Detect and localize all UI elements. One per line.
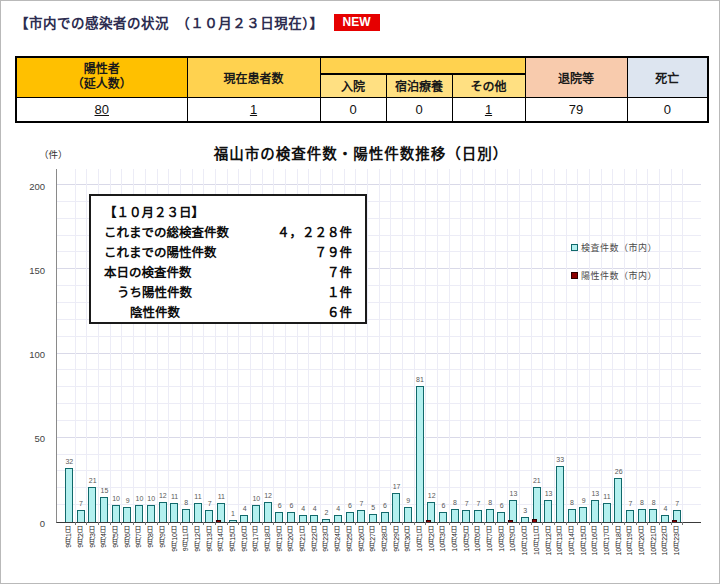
x-axis-date-label: 9月14日: [216, 526, 226, 552]
x-axis-date-label: 10月11日: [532, 526, 542, 555]
chart-bar-slot: 3310月13日: [555, 169, 567, 522]
legend-tests-label: 検査件数（市内）: [581, 241, 657, 254]
chart-bar-slot: 810月4日: [450, 169, 462, 522]
cell-positive-total: 80: [16, 97, 187, 122]
x-axis-date-label: 9月13日: [205, 526, 215, 552]
bar-value-label: 11: [218, 493, 225, 500]
positive-count-bar: [532, 519, 537, 522]
x-axis-date-label: 10月14日: [567, 526, 577, 556]
bar-value-label: 81: [416, 376, 424, 383]
test-count-bar: [357, 510, 365, 522]
test-count-bar: [439, 512, 447, 522]
header-deaths: 死亡: [627, 57, 708, 97]
test-count-bar: [369, 514, 377, 522]
bar-value-label: 10: [252, 495, 260, 502]
bar-value-label: 8: [652, 499, 656, 506]
test-count-bar: [112, 505, 120, 522]
bar-value-label: 6: [348, 502, 352, 509]
bar-value-label: 8: [184, 499, 188, 506]
test-count-bar: [533, 487, 541, 522]
bar-value-label: 10: [112, 495, 120, 502]
tests-swatch-icon: [571, 244, 578, 251]
test-count-bar: [170, 503, 178, 522]
test-count-bar: [579, 507, 587, 522]
chart-bar-slot: 8110月1日: [415, 169, 427, 522]
header-positive-line1: 陽性者: [17, 62, 187, 77]
positive-total-link[interactable]: 80: [95, 102, 109, 117]
y-axis-tick-label: 150: [29, 266, 45, 276]
bar-value-label: 10: [136, 495, 144, 502]
header-discharged: 退院等: [525, 57, 627, 97]
bar-value-label: 21: [89, 477, 97, 484]
chart-bar-slot: 310月10日: [520, 169, 532, 522]
x-axis-date-label: 9月19日: [275, 526, 285, 552]
x-axis-date-label: 9月28日: [380, 526, 390, 552]
test-count-bar: [310, 515, 318, 522]
current-patients-link[interactable]: 1: [250, 102, 257, 117]
bar-value-label: 21: [533, 477, 541, 484]
test-count-bar: [182, 509, 190, 522]
test-count-bar: [229, 520, 237, 522]
positive-count-bar: [426, 520, 431, 523]
test-count-bar: [603, 503, 611, 522]
legend-positive: 陽性件数（市内）: [571, 269, 657, 282]
bar-value-label: 11: [194, 493, 201, 500]
x-axis-date-label: 10月3日: [438, 526, 448, 552]
cell-other: 1: [452, 97, 525, 122]
test-count-bar: [591, 500, 599, 522]
chart-bar-slot: 810月20日: [637, 169, 649, 522]
test-count-bar: [638, 509, 646, 522]
test-count-bar: [147, 505, 155, 522]
test-count-bar: [100, 497, 108, 522]
x-axis-date-label: 9月5日: [111, 526, 121, 548]
bar-value-label: 4: [663, 505, 667, 512]
x-axis-date-label: 10月20日: [637, 526, 647, 556]
chart-bar-slot: 810月7日: [485, 169, 497, 522]
chart-bar-slot: 69月28日: [380, 169, 392, 522]
chart-bar-slot: 910月15日: [578, 169, 590, 522]
chart-bar-slot: 610月8日: [496, 169, 508, 522]
x-axis-date-label: 10月21日: [649, 526, 659, 556]
bar-value-label: 13: [591, 490, 599, 497]
bar-value-label: 7: [208, 500, 212, 507]
y-axis-tick-label: 200: [29, 182, 45, 192]
cell-hospitalized: 0: [320, 97, 386, 122]
test-count-bar: [486, 509, 494, 522]
test-count-bar: [264, 502, 272, 522]
legend-positive-label: 陽性件数（市内）: [581, 269, 657, 282]
test-count-bar: [404, 507, 412, 522]
chart-bar-slot: 179月29日: [391, 169, 403, 522]
x-axis-date-label: 10月19日: [625, 526, 635, 556]
chart-bar-slot: 329月1日: [64, 169, 76, 522]
test-count-bar: [649, 509, 657, 522]
y-axis-tick-label: 50: [34, 434, 45, 444]
x-axis-date-label: 9月9日: [158, 526, 168, 548]
bar-value-label: 4: [313, 505, 317, 512]
chart-bar-slot: 2610月18日: [613, 169, 625, 522]
info-row-today-negative: 陰性件数 ６件: [104, 303, 352, 323]
x-axis-date-label: 10月13日: [555, 526, 565, 556]
bar-value-label: 8: [640, 499, 644, 506]
x-axis-date-label: 10月8日: [497, 526, 507, 552]
x-axis-date-label: 9月2日: [76, 526, 86, 548]
x-axis-date-label: 9月24日: [333, 526, 343, 552]
cell-lodging: 0: [386, 97, 452, 122]
test-count-bar: [194, 503, 202, 522]
test-count-bar: [287, 512, 295, 522]
info-row-total-positive: これまでの陽性件数 ７９件: [104, 243, 352, 263]
status-table: 陽性者 （延人数） 現在患者数 退院等 死亡 入院 宿泊療養 その他 80 1 …: [15, 56, 709, 123]
test-count-bar: [556, 466, 564, 522]
titlebar: 【市内での感染者の状況 （１０月２３日現在）】 NEW: [15, 11, 380, 33]
test-count-bar: [661, 515, 669, 522]
chart-bar-slot: 79月2日: [76, 169, 88, 522]
test-count-bar: [334, 515, 342, 522]
bar-value-label: 4: [301, 505, 305, 512]
other-link[interactable]: 1: [485, 102, 492, 117]
test-count-bar: [462, 510, 470, 522]
bar-value-label: 4: [336, 505, 340, 512]
x-axis-date-label: 10月10日: [520, 526, 530, 556]
bar-value-label: 12: [159, 492, 167, 499]
info-heading: 【１０月２３日】: [104, 203, 352, 223]
test-count-bar: [544, 500, 552, 522]
bar-value-label: 12: [264, 492, 272, 499]
